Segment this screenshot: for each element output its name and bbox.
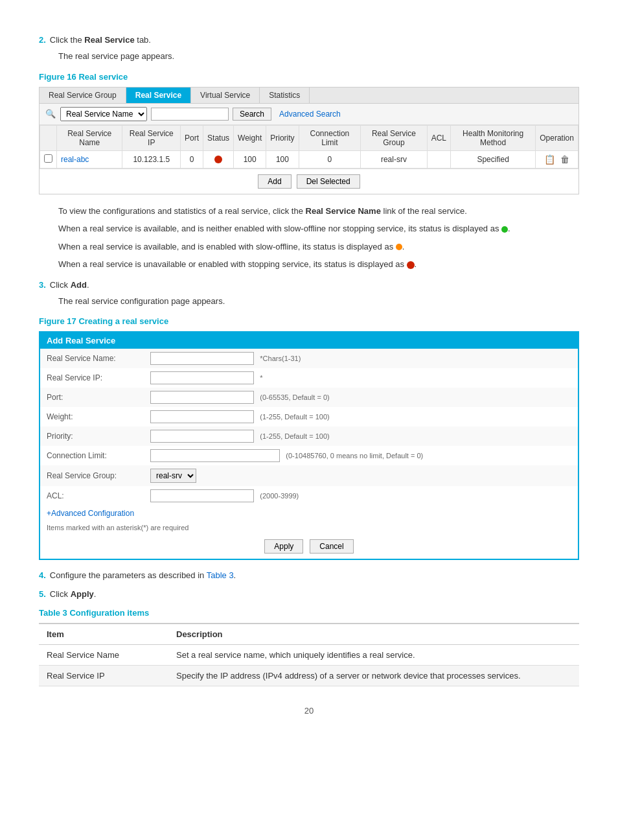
step-2-text: Click the Real Service tab. xyxy=(50,35,579,45)
input-ip[interactable] xyxy=(150,371,254,384)
step-5-num: 5. xyxy=(39,589,46,599)
field-ip: Real Service IP: * xyxy=(40,368,578,388)
col-health: Health Monitoring Method xyxy=(451,125,536,150)
figure-16-ui: Real Service Group Real Service Virtual … xyxy=(39,87,579,194)
hint-acl: (2000-3999) xyxy=(260,492,299,500)
input-conn-limit[interactable] xyxy=(150,449,280,462)
page-number: 20 xyxy=(39,706,579,716)
hint-conn-limit: (0-10485760, 0 means no limit, Default =… xyxy=(286,452,423,460)
step-5-text: Click Apply. xyxy=(50,589,579,599)
label-acl: ACL: xyxy=(40,486,144,506)
form-fields-table: Real Service Name: *Chars(1-31) Real Ser… xyxy=(40,349,578,506)
cancel-button[interactable]: Cancel xyxy=(310,539,353,554)
col-port: Port xyxy=(181,125,203,150)
add-bold: Add xyxy=(71,280,87,290)
col-group: Real Service Group xyxy=(361,125,427,150)
config-item-1: Real Service Name xyxy=(39,645,168,666)
label-name: Real Service Name: xyxy=(40,349,144,368)
step-4: 4. Configure the parameters as described… xyxy=(39,570,579,580)
add-button[interactable]: Add xyxy=(258,174,291,189)
select-group[interactable]: real-srv xyxy=(150,469,196,483)
apply-bold: Apply xyxy=(71,589,94,599)
para-3: When a real service is available, and is… xyxy=(58,240,579,253)
input-weight[interactable] xyxy=(150,410,254,423)
del-selected-button[interactable]: Del Selected xyxy=(297,174,360,189)
tab-bar: Real Service Group Real Service Virtual … xyxy=(40,88,578,104)
col-checkbox xyxy=(40,125,57,150)
search-button[interactable]: Search xyxy=(233,108,271,121)
real-service-bold: Real Service xyxy=(84,35,134,45)
hint-ip: * xyxy=(260,374,262,382)
input-port[interactable] xyxy=(150,391,254,404)
status-red-dot xyxy=(407,261,415,269)
service-weight: 100 xyxy=(234,150,266,168)
step-2-sub: The real service page appears. xyxy=(58,50,579,63)
field-group: Real Service Group: real-srv xyxy=(40,465,578,486)
para-4: When a real service is unavailable or en… xyxy=(58,258,579,271)
col-weight: Weight xyxy=(234,125,266,150)
step-3: 3. Click Add. xyxy=(39,280,579,290)
label-ip: Real Service IP: xyxy=(40,368,144,388)
col-desc: Description xyxy=(168,624,579,645)
apply-button[interactable]: Apply xyxy=(264,539,303,554)
para-1: To view the configurations and statistic… xyxy=(58,205,579,218)
col-ip: Real Service IP xyxy=(122,125,181,150)
status-orange-dot xyxy=(396,244,402,250)
step-4-num: 4. xyxy=(39,570,46,580)
tab-real-service[interactable]: Real Service xyxy=(126,88,191,103)
field-priority: Priority: (1-255, Default = 100) xyxy=(40,426,578,446)
hint-port: (0-65535, Default = 0) xyxy=(260,393,329,401)
form-header: Add Real Service xyxy=(40,332,578,349)
config-desc-2: Specify the IP address (IPv4 address) of… xyxy=(168,666,579,686)
search-icon: 🔍 xyxy=(45,108,56,120)
step-2-num: 2. xyxy=(39,35,46,45)
input-acl[interactable] xyxy=(150,489,254,502)
add-real-service-form: Add Real Service Real Service Name: *Cha… xyxy=(39,331,579,560)
step-3-sub: The real service configuration page appe… xyxy=(58,295,579,308)
service-priority: 100 xyxy=(266,150,299,168)
search-dropdown[interactable]: Real Service Name xyxy=(60,107,147,121)
col-name: Real Service Name xyxy=(57,125,122,150)
label-conn-limit: Connection Limit: xyxy=(40,446,144,465)
field-weight: Weight: (1-255, Default = 100) xyxy=(40,407,578,426)
col-item: Item xyxy=(39,624,168,645)
table-3-title: Table 3 Configuration items xyxy=(39,608,579,618)
config-item-2: Real Service IP xyxy=(39,666,168,686)
advanced-config-link[interactable]: +Advanced Configuration xyxy=(40,506,578,521)
field-acl: ACL: (2000-3999) xyxy=(40,486,578,506)
step-5: 5. Click Apply. xyxy=(39,589,579,599)
config-row-2: Real Service IP Specify the IP address (… xyxy=(39,666,579,686)
figure-17-title: Figure 17 Creating a real service xyxy=(39,316,579,326)
service-name-link[interactable]: real-abc xyxy=(61,155,89,164)
table3-link[interactable]: Table 3 xyxy=(207,570,234,580)
figure-16-title: Figure 16 Real service xyxy=(39,72,579,82)
row-checkbox[interactable] xyxy=(44,154,52,163)
copy-icon[interactable]: 📋 xyxy=(544,154,555,165)
search-input[interactable] xyxy=(151,108,229,121)
col-priority: Priority xyxy=(266,125,299,150)
service-ip: 10.123.1.5 xyxy=(122,150,181,168)
step-2: 2. Click the Real Service tab. xyxy=(39,35,579,45)
input-name[interactable] xyxy=(150,352,254,365)
label-group: Real Service Group: xyxy=(40,465,144,486)
table-buttons: Add Del Selected xyxy=(40,169,578,194)
status-green-dot xyxy=(501,226,508,233)
delete-icon[interactable]: 🗑 xyxy=(560,154,569,165)
field-conn-limit: Connection Limit: (0-10485760, 0 means n… xyxy=(40,446,578,465)
real-service-table: Real Service Name Real Service IP Port S… xyxy=(40,125,578,169)
label-port: Port: xyxy=(40,388,144,407)
tab-virtual-service[interactable]: Virtual Service xyxy=(191,88,260,103)
input-priority[interactable] xyxy=(150,430,254,443)
service-conn-limit: 0 xyxy=(299,150,361,168)
tab-real-service-group[interactable]: Real Service Group xyxy=(40,88,126,103)
config-items-table: Item Description Real Service Name Set a… xyxy=(39,623,579,686)
advanced-search-link[interactable]: Advanced Search xyxy=(279,110,341,119)
col-status: Status xyxy=(203,125,234,150)
field-port: Port: (0-65535, Default = 0) xyxy=(40,388,578,407)
config-desc-1: Set a real service name, which uniquely … xyxy=(168,645,579,666)
tab-statistics[interactable]: Statistics xyxy=(260,88,310,103)
form-action-buttons: Apply Cancel xyxy=(40,534,578,559)
label-weight: Weight: xyxy=(40,407,144,426)
para-2: When a real service is available, and is… xyxy=(58,222,579,235)
hint-weight: (1-255, Default = 100) xyxy=(260,413,329,421)
